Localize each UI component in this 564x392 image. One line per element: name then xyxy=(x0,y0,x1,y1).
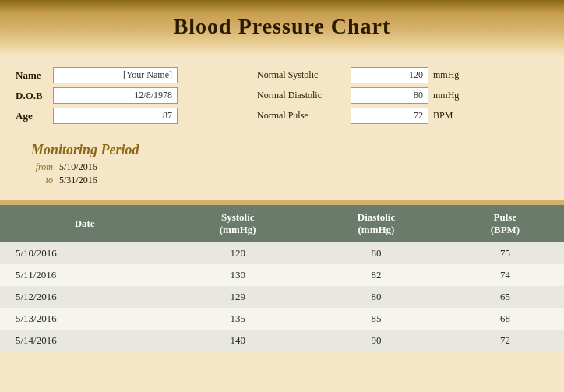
col-date: Date xyxy=(0,205,169,242)
page-header: Blood Pressure Chart xyxy=(0,0,564,56)
to-row: to 5/31/2016 xyxy=(31,175,548,186)
cell-pulse: 65 xyxy=(446,286,564,308)
cell-systolic: 120 xyxy=(169,242,306,264)
monitoring-section: Monitoring Period from 5/10/2016 to 5/31… xyxy=(0,136,564,196)
cell-diastolic: 80 xyxy=(306,286,446,308)
cell-date: 5/11/2016 xyxy=(0,264,169,286)
age-label: Age xyxy=(16,110,53,122)
normal-diastolic-label: Normal Diastolic xyxy=(257,90,351,101)
cell-systolic: 130 xyxy=(169,264,306,286)
normal-pulse-label: Normal Pulse xyxy=(257,110,351,122)
monitoring-title: Monitoring Period xyxy=(31,142,548,158)
dob-input[interactable] xyxy=(53,87,178,104)
to-label: to xyxy=(31,175,53,186)
normal-systolic-input[interactable] xyxy=(351,67,428,83)
cell-diastolic: 80 xyxy=(306,242,446,264)
table-row: 5/10/20161208075 xyxy=(0,242,564,264)
cell-pulse: 75 xyxy=(446,242,564,264)
page-title: Blood Pressure Chart xyxy=(0,14,564,39)
from-row: from 5/10/2016 xyxy=(31,161,548,173)
name-input[interactable] xyxy=(53,67,178,83)
cell-date: 5/10/2016 xyxy=(0,242,169,264)
info-section: Name D.O.B Age Normal Systolic mmHg Norm… xyxy=(0,56,564,136)
diastolic-unit: mmHg xyxy=(433,90,460,101)
name-label: Name xyxy=(16,69,53,82)
name-row: Name xyxy=(16,67,249,83)
cell-pulse: 74 xyxy=(446,264,564,286)
table-row: 5/11/20161308274 xyxy=(0,264,564,286)
cell-systolic: 135 xyxy=(169,308,306,330)
cell-diastolic: 85 xyxy=(306,308,446,330)
data-table-section: Date Systolic(mmHg) Diastolic(mmHg) Puls… xyxy=(0,205,564,351)
patient-info: Name D.O.B Age xyxy=(16,67,249,128)
to-value: 5/31/2016 xyxy=(59,175,97,186)
col-pulse: Pulse(BPM) xyxy=(446,205,564,242)
normal-diastolic-row: Normal Diastolic mmHg xyxy=(249,87,548,104)
col-diastolic: Diastolic(mmHg) xyxy=(306,205,446,242)
from-label: from xyxy=(31,161,53,173)
cell-pulse: 72 xyxy=(446,330,564,351)
cell-diastolic: 82 xyxy=(306,264,446,286)
blood-pressure-table: Date Systolic(mmHg) Diastolic(mmHg) Puls… xyxy=(0,205,564,351)
table-header-row: Date Systolic(mmHg) Diastolic(mmHg) Puls… xyxy=(0,205,564,242)
pulse-unit: BPM xyxy=(433,110,460,122)
systolic-unit: mmHg xyxy=(433,69,460,81)
table-row: 5/14/20161409072 xyxy=(0,330,564,351)
cell-date: 5/14/2016 xyxy=(0,330,169,351)
cell-pulse: 68 xyxy=(446,308,564,330)
age-input[interactable] xyxy=(53,108,178,124)
table-row: 5/13/20161358568 xyxy=(0,308,564,330)
dob-row: D.O.B xyxy=(16,87,249,104)
cell-date: 5/12/2016 xyxy=(0,286,169,308)
cell-systolic: 140 xyxy=(169,330,306,351)
normal-pulse-input[interactable] xyxy=(351,108,428,124)
table-row: 5/12/20161298065 xyxy=(0,286,564,308)
normal-values: Normal Systolic mmHg Normal Diastolic mm… xyxy=(249,67,548,128)
normal-systolic-row: Normal Systolic mmHg xyxy=(249,67,548,83)
cell-diastolic: 90 xyxy=(306,330,446,351)
normal-systolic-label: Normal Systolic xyxy=(257,69,351,81)
col-systolic: Systolic(mmHg) xyxy=(169,205,306,242)
age-row: Age xyxy=(16,108,249,124)
normal-diastolic-input[interactable] xyxy=(351,87,428,104)
normal-pulse-row: Normal Pulse BPM xyxy=(249,108,548,124)
cell-date: 5/13/2016 xyxy=(0,308,169,330)
cell-systolic: 129 xyxy=(169,286,306,308)
from-value: 5/10/2016 xyxy=(59,161,97,173)
dob-label: D.O.B xyxy=(16,90,53,102)
